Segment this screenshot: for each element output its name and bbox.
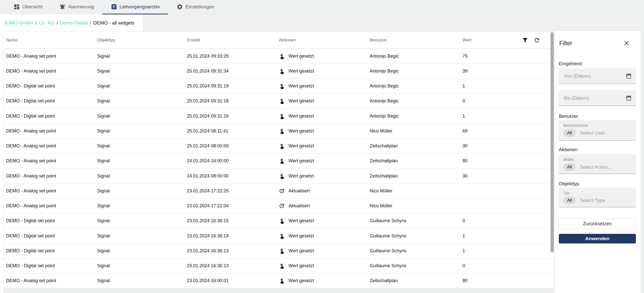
tab-label: Einstellungen (185, 4, 214, 10)
breadcrumb-link-group[interactable]: Demo Global (60, 20, 88, 26)
cell-user: Antonijo Begic (370, 54, 462, 59)
cell-action: Wert gesetzt (279, 173, 370, 179)
cell-user: Nico Müller (370, 188, 462, 194)
cell-object-type: Signal (97, 173, 187, 179)
type-all-chip[interactable]: All (563, 197, 576, 204)
cell-created: 25.01.2024 09:31:19 (187, 83, 279, 89)
cell-value: 1 (462, 114, 554, 119)
close-icon[interactable] (623, 40, 630, 47)
cell-user: Guillaume Schyns (370, 248, 462, 254)
tab-uebersicht[interactable]: Übersicht (5, 0, 51, 14)
cell-created: 23.01.2024 16:36:14 (187, 233, 279, 239)
touch-action-icon (279, 68, 285, 74)
table-row[interactable]: DEMO - Digital set point Signal 23.01.20… (4, 229, 554, 243)
cell-created: 25.01.2024 09:31:18 (187, 98, 279, 104)
table-scrollbar (550, 32, 554, 288)
table-row[interactable]: DEMO - Digital set point Signal 25.01.20… (4, 79, 554, 94)
cell-created: 23.01.2024 17:22:25 (187, 188, 279, 194)
table-row[interactable]: DEMO - Analog set point Signal 25.01.202… (4, 64, 554, 79)
apply-button[interactable]: Anwenden (559, 234, 636, 243)
cell-created: 23.01.2024 17:22:04 (187, 203, 279, 209)
breadcrumb-link-company[interactable]: JUMO GmbH & Co. KG (4, 20, 55, 26)
refresh-icon[interactable] (534, 37, 540, 43)
user-all-chip[interactable]: All (563, 129, 576, 137)
cell-object-type: Signal (97, 218, 187, 223)
table-row[interactable]: DEMO - Digital set point Signal 25.01.20… (4, 94, 554, 109)
action-all-chip[interactable]: All (563, 163, 576, 171)
cell-created: 25.01.2024 09:31:16 (187, 114, 279, 119)
filter-section-actions-label: Aktionen (559, 147, 578, 152)
table-row[interactable]: DEMO - Analog set point Signal 25.01.202… (4, 139, 554, 154)
cell-name: DEMO - Analog set point (6, 54, 97, 59)
cell-object-type: Signal (97, 188, 187, 194)
table-scrollbar-thumb[interactable] (550, 32, 554, 253)
date-from-field[interactable] (559, 68, 636, 84)
action-select-field[interactable]: Aktion All Select Action... (559, 154, 636, 174)
cell-action-label: Aktualisert (288, 203, 310, 209)
clipboard-icon (111, 4, 117, 10)
reset-button[interactable]: Zurücksetzen (559, 218, 636, 229)
date-from-input[interactable] (563, 73, 626, 79)
cell-user: Antonijo Begic (370, 114, 462, 119)
column-header-type: Objekttyp (97, 38, 187, 43)
cell-name: DEMO - Digital set point (6, 233, 97, 239)
column-header-name: Name (6, 38, 97, 43)
breadcrumb-separator: / (90, 20, 91, 26)
date-to-field[interactable] (559, 90, 636, 106)
tab-leitvorgangsarchiv[interactable]: Leitvorgangsarchiv (102, 0, 168, 14)
cell-action-label: Wert gesetzt (288, 248, 314, 254)
cell-name: DEMO - Analog set point (6, 128, 97, 134)
cell-action-label: Wert gesetzt (288, 143, 314, 149)
table-row[interactable]: DEMO - Digital set point Signal 23.01.20… (4, 243, 554, 258)
table-row[interactable]: DEMO - Digital set point Signal 23.01.20… (4, 214, 554, 229)
filter-section-user-label: Benutzer (559, 114, 578, 119)
table-row[interactable]: DEMO - Analog set point Signal 23.01.202… (4, 184, 554, 198)
cell-value: 1 (462, 248, 554, 254)
cell-object-type: Signal (97, 83, 187, 89)
date-to-input[interactable] (563, 95, 626, 101)
cell-action: Aktualisert (279, 188, 370, 194)
filter-icon[interactable] (522, 37, 528, 43)
breadcrumb-separator: / (57, 20, 58, 26)
cell-created: 25.01.2024 08:00:00 (187, 143, 279, 149)
table-row[interactable]: DEMO - Analog set point Signal 23.01.202… (4, 199, 554, 214)
table-row[interactable]: DEMO - Analog set point Signal 24.01.202… (4, 169, 554, 184)
update-action-icon (279, 203, 285, 209)
table-row[interactable]: DEMO - Analog set point Signal 23.01.202… (4, 274, 554, 288)
user-select-field[interactable]: Benutzername All Select User... (559, 120, 636, 141)
cell-action: Wert gesetzt (279, 263, 370, 269)
cell-action: Wert gesetzt (279, 98, 370, 104)
cell-action: Wert gesetzt (279, 143, 370, 149)
cell-action-label: Wert gesetzt (288, 233, 314, 239)
cell-created: 24.01.2024 08:00:00 (187, 173, 279, 179)
tab-einstellungen[interactable]: Einstellungen (168, 0, 223, 14)
main-tabs: Übersicht Alarmierung Leitvorgangsarchiv… (5, 0, 223, 14)
cell-created: 23.01.2024 16:36:15 (187, 218, 279, 223)
table-row[interactable]: DEMO - Digital set point Signal 23.01.20… (4, 259, 554, 274)
cell-created: 23.01.2024 16:36:13 (187, 263, 279, 268)
cell-created: 25.01.2024 09:31:34 (187, 69, 279, 74)
cell-object-type: Signal (97, 54, 187, 59)
horizontal-scrollbar-track[interactable] (3, 288, 554, 293)
tab-alarmierung[interactable]: Alarmierung (51, 0, 102, 14)
calendar-icon[interactable] (626, 73, 632, 79)
cell-name: DEMO - Analog set point (6, 188, 97, 194)
cell-name: DEMO - Digital set point (6, 83, 97, 89)
cell-action-label: Wert gesetzt (288, 263, 314, 268)
type-select-field[interactable]: Typ All Select Type... (559, 188, 636, 207)
cell-value: 1 (462, 233, 554, 239)
cell-action: Wert gesetzt (279, 68, 370, 74)
table-row[interactable]: DEMO - Analog set point Signal 24.01.202… (4, 154, 554, 169)
calendar-icon[interactable] (626, 95, 632, 101)
table-row[interactable]: DEMO - Analog set point Signal 25.01.202… (4, 124, 554, 139)
breadcrumb: JUMO GmbH & Co. KG / Demo Global / DEMO … (0, 14, 143, 31)
table-row[interactable]: DEMO - Analog set point Signal 25.01.202… (4, 49, 554, 64)
tab-label: Leitvorgangsarchiv (120, 4, 160, 10)
cell-action: Wert gesetzt (279, 278, 370, 284)
touch-action-icon (279, 173, 285, 179)
cell-value: 69 (462, 128, 554, 134)
table-row[interactable]: DEMO - Digital set point Signal 25.01.20… (4, 109, 554, 124)
cell-created: 23.01.2024 16:00:01 (187, 278, 279, 283)
window-scrollbar-track[interactable] (640, 31, 644, 293)
user-field-label: Benutzername (563, 123, 632, 127)
